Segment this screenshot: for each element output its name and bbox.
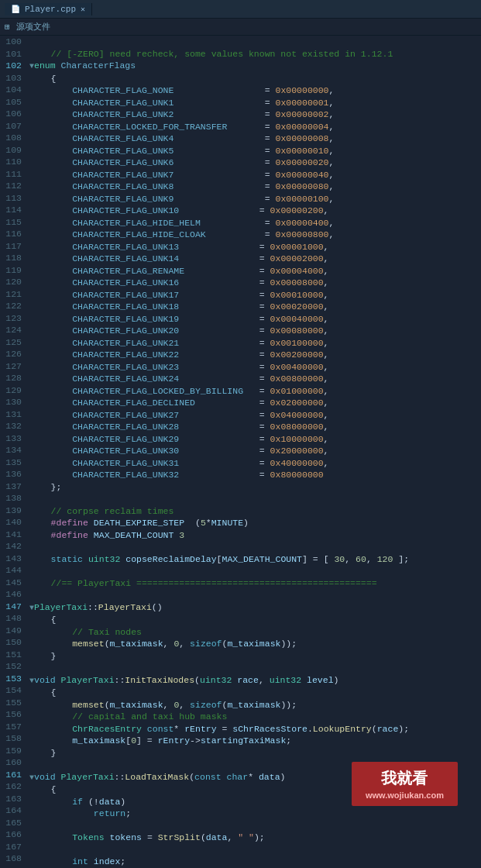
- code-line: // capital and taxi hub masks: [29, 711, 481, 723]
- code-line: CHARACTER_FLAG_UNK21 = 0x00100000,: [29, 337, 481, 350]
- code-line: CHARACTER_FLAG_UNK10 = 0x00000200,: [29, 205, 481, 217]
- code-line: CHARACTER_FLAG_UNK30 = 0x20000000,: [29, 445, 481, 457]
- code-line: #define DEATH_EXPIRE_STEP (5*MINUTE): [29, 517, 481, 529]
- code-line: static uint32 copseReclaimDelay[MAX_DEAT…: [29, 553, 481, 566]
- code-line: CHARACTER_FLAG_UNK27 = 0x04000000,: [29, 409, 481, 422]
- code-line: CHARACTER_FLAG_UNK6 = 0x00000020,: [29, 157, 481, 169]
- watermark-text-line2: www.wojiukan.com: [366, 790, 444, 800]
- code-line: CHARACTER_FLAG_UNK18 = 0x00020000,: [29, 301, 481, 313]
- code-container: 100 101 102 103 104 105 106 107 108 109 …: [0, 36, 481, 868]
- code-line: CHARACTER_FLAG_UNK24 = 0x00800000,: [29, 373, 481, 385]
- code-line: CHARACTER_FLAG_UNK31 = 0x40000000,: [29, 457, 481, 470]
- close-icon[interactable]: ✕: [81, 5, 85, 14]
- code-line: CHARACTER_FLAG_UNK22 = 0x00200000,: [29, 349, 481, 361]
- code-line: CHARACTER_FLAG_UNK20 = 0x00080000,: [29, 325, 481, 337]
- code-line: ChrRacesEntry const* rEntry = sChrRacesS…: [29, 723, 481, 735]
- code-line: m_taximask[0] = rEntry->startingTaxiMask…: [29, 735, 481, 747]
- code-line: CHARACTER_FLAG_UNK17 = 0x00010000,: [29, 289, 481, 301]
- code-line: // [-ZERO] need recheck, some values kno…: [29, 48, 481, 60]
- toolbar: ⊞ 源项文件: [0, 19, 481, 36]
- code-line: [29, 662, 481, 674]
- code-line: }: [29, 650, 481, 663]
- code-line: return;: [29, 808, 481, 820]
- code-line: // Taxi nodes: [29, 626, 481, 639]
- watermark: 我就看 www.wojiukan.com: [352, 762, 458, 806]
- code-line: {: [29, 73, 481, 85]
- code-line: CHARACTER_FLAG_UNK19 = 0x00040000,: [29, 313, 481, 326]
- code-line: CHARACTER_FLAG_UNK9 = 0x00000100,: [29, 193, 481, 205]
- code-line: {: [29, 614, 481, 626]
- code-line: CHARACTER_FLAG_HIDE_HELM = 0x00000400,: [29, 217, 481, 229]
- code-line: //== PlayerTaxi ========================…: [29, 577, 481, 590]
- code-line: CHARACTER_FLAG_UNK29 = 0x10000000,: [29, 433, 481, 446]
- line-numbers: 100 101 102 103 104 105 106 107 108 109 …: [0, 36, 26, 868]
- code-line: [29, 589, 481, 601]
- toolbar-label: 源项文件: [16, 21, 50, 33]
- code-line: CHARACTER_FLAG_UNK2 = 0x00000002,: [29, 108, 481, 121]
- code-line: CHARACTER_FLAG_UNK16 = 0x00008000,: [29, 277, 481, 289]
- code-line: [29, 844, 481, 856]
- title-tab[interactable]: 📄 Player.cpp ✕: [5, 3, 92, 16]
- code-line: CHARACTER_FLAG_UNK23 = 0x00400000,: [29, 361, 481, 374]
- code-line: CHARACTER_FLAG_UNK5 = 0x00000010,: [29, 145, 481, 157]
- code-line: CHARACTER_FLAG_UNK32 = 0x80000000: [29, 469, 481, 481]
- code-line: CHARACTER_FLAG_UNK13 = 0x00001000,: [29, 241, 481, 253]
- code-line: }: [29, 747, 481, 760]
- code-line: memset(m_taximask, 0, sizeof(m_taximask)…: [29, 638, 481, 650]
- code-line: [29, 820, 481, 832]
- code-line: ▼PlayerTaxi::PlayerTaxi(): [29, 601, 481, 615]
- tab-filename: Player.cpp: [25, 5, 76, 14]
- code-line: CHARACTER_FLAG_HIDE_CLOAK = 0x00000800,: [29, 229, 481, 241]
- code-line: CHARACTER_FLAG_DECLINED = 0x02000000,: [29, 397, 481, 409]
- code-line: CHARACTER_LOCKED_FOR_TRANSFER = 0x000000…: [29, 121, 481, 133]
- code-line: Tokens tokens = StrSplit(data, " ");: [29, 832, 481, 844]
- code-line: ▼enum CharacterFlags: [29, 60, 481, 73]
- code-line: CHARACTER_FLAG_UNK14 = 0x00002000,: [29, 253, 481, 265]
- code-line: CHARACTER_FLAG_UNK4 = 0x00000008,: [29, 133, 481, 145]
- toolbar-icon: ⊞: [5, 22, 10, 32]
- code-line: CHARACTER_FLAG_UNK8 = 0x00000080,: [29, 181, 481, 193]
- code-line: memset(m_taximask, 0, sizeof(m_taximask)…: [29, 699, 481, 711]
- code-line: CHARACTER_FLAG_UNK7 = 0x00000040,: [29, 169, 481, 181]
- code-line: CHARACTER_FLAG_UNK28 = 0x08000000,: [29, 421, 481, 433]
- file-icon: 📄: [11, 5, 20, 14]
- code-line: ▼void PlayerTaxi::InitTaxiNodes(uint32 r…: [29, 674, 481, 687]
- code-line: };: [29, 481, 481, 494]
- code-content: // [-ZERO] need recheck, some values kno…: [26, 36, 481, 868]
- code-line: CHARACTER_FLAG_LOCKED_BY_BILLING = 0x010…: [29, 385, 481, 398]
- watermark-text-line1: 我就看: [366, 768, 444, 789]
- code-line: [29, 565, 481, 577]
- code-line: [29, 541, 481, 553]
- code-line: // corpse reclaim times: [29, 505, 481, 518]
- code-line: [29, 36, 481, 48]
- code-line: [29, 493, 481, 505]
- code-line: CHARACTER_FLAG_UNK1 = 0x00000001,: [29, 97, 481, 109]
- code-line: CHARACTER_FLAG_RENAME = 0x00004000,: [29, 265, 481, 277]
- code-line: #define MAX_DEATH_COUNT 3: [29, 529, 481, 542]
- title-bar: 📄 Player.cpp ✕: [0, 0, 481, 19]
- code-line: int index;: [29, 856, 481, 868]
- code-line: {: [29, 687, 481, 699]
- code-line: CHARACTER_FLAG_NONE = 0x00000000,: [29, 84, 481, 97]
